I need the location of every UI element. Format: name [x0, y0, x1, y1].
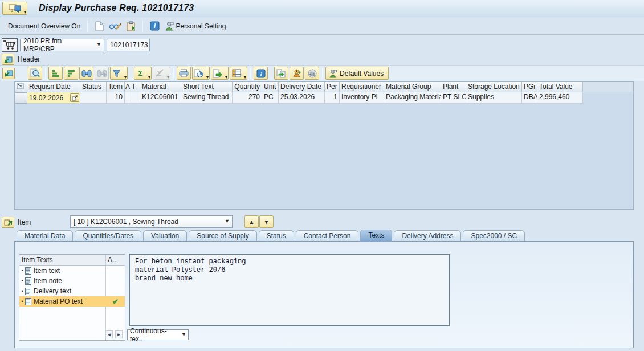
requisn-date-cell[interactable]: 19.02.2026	[27, 92, 80, 104]
default-values-button[interactable]: Default Values	[325, 67, 389, 80]
column-header[interactable]: Plant	[441, 82, 466, 92]
tab-valuation[interactable]: Valuation	[143, 230, 187, 242]
column-header[interactable]: I	[132, 82, 140, 92]
views-button[interactable]: ▾	[192, 67, 210, 80]
tab-contact-person[interactable]: Contact Person	[296, 230, 359, 242]
tab-source-of-supply[interactable]: Source of Supply	[189, 230, 256, 242]
document-number-field[interactable]: 1021017173	[107, 39, 150, 51]
document-type-select[interactable]: 2010 PR frm MRP/CBP ▼	[20, 39, 104, 51]
column-header[interactable]: Per	[325, 82, 340, 92]
filter-button[interactable]: ▾	[110, 67, 128, 80]
list-item-item-text[interactable]: • Item text	[19, 266, 125, 276]
text-format-select[interactable]: Continuous-tex... ▼	[127, 329, 189, 340]
next-item-button[interactable]: ▼	[259, 215, 274, 228]
list-item-delivery-text[interactable]: • Delivery text	[19, 286, 125, 296]
short-text-cell[interactable]: Sewing Thread	[181, 92, 233, 104]
tab-material-data[interactable]: Material Data	[17, 230, 73, 242]
clipboard-icon	[126, 21, 136, 31]
select-all-icon	[17, 83, 24, 89]
column-header[interactable]: Storage Location	[466, 82, 522, 92]
tab-delivery-address[interactable]: Delivery Address	[394, 230, 461, 242]
tab-texts[interactable]: Texts	[360, 230, 392, 242]
find-button[interactable]	[79, 67, 93, 80]
column-header[interactable]: Unit	[262, 82, 279, 92]
requisn-date-value: 19.02.2026	[29, 94, 70, 102]
document-number-value: 1021017173	[110, 41, 148, 49]
row-selector[interactable]	[15, 92, 27, 104]
column-header[interactable]: Total Value	[537, 82, 583, 92]
personal-setting-button[interactable]: Personal Setting	[162, 20, 228, 32]
sigma-icon: Σ	[138, 70, 143, 77]
material-group-cell[interactable]: Packaging Material	[384, 92, 441, 104]
display-change-button[interactable]	[108, 19, 123, 33]
adopt-button[interactable]	[274, 67, 288, 80]
list-item-material-po-text[interactable]: • Material PO text ✔	[19, 296, 125, 307]
i-cell[interactable]	[132, 92, 140, 104]
text-document-icon	[25, 288, 31, 295]
total-value-cell[interactable]: 2,996,460	[537, 92, 583, 104]
text-editor[interactable]: For beton instant packaging material Pol…	[129, 254, 450, 326]
sort-ascending-button[interactable]	[48, 67, 63, 80]
document-overview-button[interactable]: Document Overview On	[5, 21, 84, 31]
column-header[interactable]: A	[125, 82, 132, 92]
tab-quantities-dates[interactable]: Quantities/Dates	[75, 230, 141, 242]
personal-setting-label: Personal Setting	[176, 22, 226, 30]
pgr-cell[interactable]: DBA	[522, 92, 537, 104]
column-header[interactable]: Status	[80, 82, 107, 92]
column-header[interactable]: Requisn Date	[27, 82, 80, 92]
a-cell[interactable]	[125, 92, 132, 104]
per-cell[interactable]: 1	[325, 92, 340, 104]
column-header[interactable]: Material	[140, 82, 181, 92]
item-details-info-button[interactable]: i	[254, 67, 268, 80]
requisitioner-cell[interactable]: Inventory Pl	[340, 92, 384, 104]
details-button[interactable]	[28, 67, 42, 80]
chevron-down-icon: ▼	[181, 332, 186, 337]
select-all-header[interactable]	[15, 82, 27, 92]
tab-status[interactable]: Status	[259, 230, 294, 242]
layout-button[interactable]: ▾	[230, 67, 247, 80]
delivery-date-cell[interactable]: 25.03.2026	[279, 92, 325, 104]
quantity-cell[interactable]: 270	[233, 92, 262, 104]
collapse-item-button[interactable]	[2, 217, 14, 228]
tab-spec2000-sc[interactable]: Spec2000 / SC	[463, 230, 525, 242]
storage-location-cell[interactable]: Supplies	[466, 92, 522, 104]
menu-caret-icon: ▾	[124, 75, 127, 80]
glasses-pencil-icon	[109, 21, 121, 31]
column-header[interactable]: Short Text	[181, 82, 233, 92]
expand-header-button[interactable]	[2, 54, 14, 65]
column-header[interactable]: Requisitioner	[340, 82, 384, 92]
material-cell[interactable]: K12C06001	[140, 92, 181, 104]
scroll-left-button[interactable]: ◄	[105, 330, 113, 338]
hold-button[interactable]	[305, 67, 319, 80]
column-header[interactable]: Quantity	[233, 82, 262, 92]
renumber-button[interactable]	[290, 67, 304, 80]
services-for-object-button[interactable]: ▾	[2, 2, 27, 15]
subtotal-button[interactable]: Σ ▾	[153, 67, 170, 80]
item-select[interactable]: [ 10 ] K12C06001 , Sewing Thread ▼	[70, 215, 233, 228]
list-item-item-note[interactable]: • Item note	[19, 276, 125, 286]
print-button[interactable]	[177, 67, 191, 80]
previous-item-button[interactable]: ▲	[244, 215, 259, 228]
sum-button[interactable]: Σ ▾	[134, 67, 152, 80]
plant-cell[interactable]: PT SLCI	[441, 92, 466, 104]
expand-items-button[interactable]	[2, 68, 15, 79]
status-cell[interactable]	[80, 92, 107, 104]
column-header[interactable]: PGr	[522, 82, 537, 92]
menu-caret-icon: ▾	[225, 75, 227, 80]
bullet-icon: •	[19, 288, 25, 294]
column-header[interactable]: Delivery Date	[279, 82, 325, 92]
column-header[interactable]: Item	[107, 82, 125, 92]
sort-descending-button[interactable]	[64, 67, 78, 80]
information-button[interactable]: i	[147, 19, 162, 33]
unit-cell[interactable]: PC	[262, 92, 279, 104]
date-picker-button[interactable]	[70, 93, 79, 102]
separator	[322, 68, 323, 79]
column-header[interactable]: Material Group	[384, 82, 441, 92]
document-selector-row: 2010 PR frm MRP/CBP ▼ 1021017173	[0, 38, 644, 52]
copy-document-button[interactable]	[124, 19, 138, 33]
scroll-right-button[interactable]: ►	[115, 330, 123, 338]
item-cell[interactable]: 10	[107, 92, 125, 104]
find-next-button[interactable]	[95, 67, 109, 80]
create-document-button[interactable]	[92, 19, 107, 33]
export-button[interactable]: ▾	[211, 67, 229, 80]
